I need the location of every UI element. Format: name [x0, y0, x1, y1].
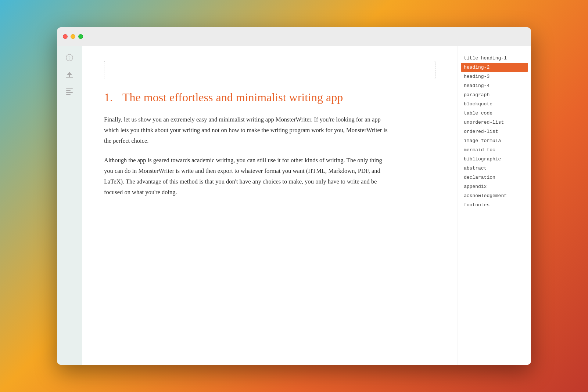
toc-item-13[interactable]: declaration [458, 173, 531, 182]
toc-panel: title heading-1heading-2heading-3heading… [458, 46, 531, 365]
toc-item-14[interactable]: appendix [458, 182, 531, 191]
toc-item-7[interactable]: unordered-list [458, 118, 531, 127]
heading-text: The most effortless and minimalist writi… [122, 90, 343, 104]
heading-number: 1. [104, 90, 119, 104]
toc-item-2[interactable]: heading-3 [458, 72, 531, 81]
toc-item-9[interactable]: image formula [458, 136, 531, 145]
paragraph-2: Although the app is geared towards acade… [104, 155, 391, 198]
minimize-button[interactable] [71, 34, 75, 39]
toc-item-3[interactable]: heading-4 [458, 81, 531, 90]
app-window: ? [57, 27, 531, 365]
toc-item-6[interactable]: table code [458, 109, 531, 118]
help-icon[interactable]: ? [65, 54, 74, 62]
toc-item-11[interactable]: bibliographie [458, 155, 531, 164]
editor-area[interactable]: 1. The most effortless and minimalist wr… [82, 46, 458, 365]
toc-item-16[interactable]: footnotes [458, 200, 531, 210]
window-body: ? [57, 46, 531, 365]
close-button[interactable] [63, 34, 68, 39]
insert-placeholder [104, 61, 435, 79]
paragraph-1: Finally, let us show you an extremely ea… [104, 115, 391, 146]
toc-item-0[interactable]: title heading-1 [458, 54, 531, 63]
toc-item-8[interactable]: ordered-list [458, 127, 531, 136]
toc-item-12[interactable]: abstract [458, 164, 531, 173]
toc-item-5[interactable]: blockquote [458, 99, 531, 109]
menu-icon[interactable] [66, 88, 73, 95]
traffic-lights [63, 34, 83, 39]
toc-item-4[interactable]: paragraph [458, 90, 531, 99]
toc-item-1[interactable]: heading-2 [461, 63, 528, 72]
sidebar: ? [57, 46, 82, 365]
heading-section: 1. The most effortless and minimalist wr… [104, 90, 435, 104]
main-content: 1. The most effortless and minimalist wr… [82, 46, 531, 365]
svg-text:?: ? [68, 55, 71, 61]
maximize-button[interactable] [78, 34, 83, 39]
toc-item-15[interactable]: acknowledgement [458, 191, 531, 200]
toc-item-10[interactable]: mermaid toc [458, 145, 531, 155]
upload-icon[interactable] [66, 72, 73, 78]
titlebar [57, 27, 531, 46]
